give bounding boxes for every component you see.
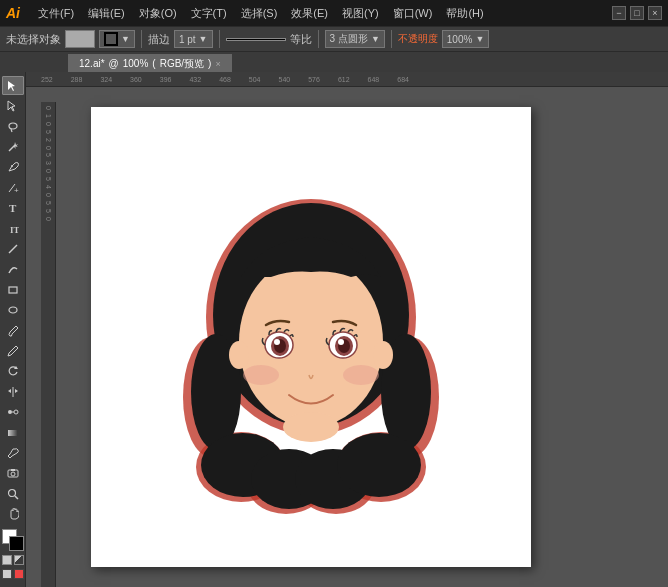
close-btn[interactable]: × (648, 6, 662, 20)
tool-type[interactable]: T (2, 198, 24, 217)
svg-marker-16 (15, 389, 18, 393)
ruler-tick-576: 576 (308, 76, 320, 83)
tool-pencil[interactable] (2, 341, 24, 360)
ruler-tick-432: 432 (189, 76, 201, 83)
ruler-tick-252: 252 (41, 76, 53, 83)
none-stroke-icons (2, 555, 24, 565)
svg-marker-0 (8, 81, 15, 91)
tab-bar: 12.ai* @ 100% ( RGB/预览 ) × (0, 52, 668, 72)
tool-add-anchor[interactable]: + (2, 178, 24, 197)
swap-icon[interactable] (14, 555, 24, 565)
tab-filename: 12.ai* (79, 58, 105, 69)
svg-point-43 (373, 341, 393, 369)
art-canvas (91, 107, 531, 567)
svg-point-22 (11, 472, 15, 476)
ruler-vtick-1: 1 (45, 114, 52, 118)
menu-help[interactable]: 帮助(H) (440, 4, 489, 23)
normal-view[interactable] (2, 569, 12, 579)
ruler-vtick-12: 5 (45, 201, 52, 205)
color-swatches[interactable] (2, 529, 24, 551)
transparency-label: 不透明度 (398, 32, 438, 46)
stroke-line-preview (226, 38, 286, 41)
ruler-tick-648: 648 (368, 76, 380, 83)
transparency-field[interactable]: 100% ▼ (442, 30, 490, 48)
tab-color-mode: RGB/预览 (160, 57, 204, 71)
tool-type-vertical[interactable]: IT (2, 219, 24, 238)
menu-effect[interactable]: 效果(E) (285, 4, 334, 23)
tool-hand[interactable] (2, 505, 24, 524)
tool-rotate[interactable] (2, 362, 24, 381)
menu-view[interactable]: 视图(Y) (336, 4, 385, 23)
none-icon[interactable] (2, 555, 12, 565)
svg-point-17 (8, 410, 12, 414)
tab-mode: ( (152, 58, 155, 69)
tool-line[interactable] (2, 239, 24, 258)
svg-point-12 (9, 307, 17, 313)
color-area (0, 525, 26, 583)
stroke-ratio-label: 等比 (290, 32, 312, 47)
tab-zoom-val: 100% (123, 58, 149, 69)
svg-point-48 (274, 339, 280, 345)
tool-magic-wand[interactable] (2, 137, 24, 156)
stroke-width-field[interactable]: 1 pt ▼ (174, 30, 213, 48)
svg-line-25 (15, 496, 18, 499)
sep4 (391, 30, 392, 48)
tool-direct-select[interactable] (2, 96, 24, 115)
svg-point-55 (343, 365, 379, 385)
tool-zoom[interactable] (2, 484, 24, 503)
ruler-vtick-8: 0 (45, 169, 52, 173)
tab-paren-close: ) (208, 58, 211, 69)
tab-spacer (0, 52, 68, 72)
stroke-swatch[interactable]: ▼ (99, 30, 135, 48)
menu-window[interactable]: 窗口(W) (387, 4, 439, 23)
window-controls: − □ × (612, 6, 662, 20)
svg-line-10 (9, 245, 17, 253)
svg-point-24 (8, 489, 15, 496)
ruler-vtick-3: 5 (45, 130, 52, 134)
menu-type[interactable]: 文字(T) (185, 4, 233, 23)
point-shape-dropdown[interactable]: 3 点圆形 ▼ (325, 30, 385, 48)
tool-reflect[interactable] (2, 382, 24, 401)
svg-line-4 (9, 145, 15, 151)
menu-edit[interactable]: 编辑(E) (82, 4, 131, 23)
tool-select[interactable] (2, 76, 24, 95)
mask-view[interactable] (14, 569, 24, 579)
ruler-tick-288: 288 (71, 76, 83, 83)
tab-close-btn[interactable]: × (215, 59, 220, 69)
ruler-vtick-10: 4 (45, 185, 52, 189)
document-tab[interactable]: 12.ai* @ 100% ( RGB/预览 ) × (68, 54, 232, 72)
tool-ellipse[interactable] (2, 300, 24, 319)
tool-rect[interactable] (2, 280, 24, 299)
fill-swatch[interactable] (65, 30, 95, 48)
ruler-vtick-5: 0 (45, 146, 52, 150)
tool-paintbrush[interactable] (2, 321, 24, 340)
menu-object[interactable]: 对象(O) (133, 4, 183, 23)
tool-pen[interactable] (2, 158, 24, 177)
sep1 (141, 30, 142, 48)
tool-gradient[interactable] (2, 423, 24, 442)
tool-eyedropper[interactable] (2, 443, 24, 462)
svg-marker-5 (14, 142, 18, 149)
selection-status: 未选择对象 (6, 32, 61, 47)
minimize-btn[interactable]: − (612, 6, 626, 20)
tool-lasso[interactable] (2, 117, 24, 136)
ruler-vtick-14: 0 (45, 217, 52, 221)
svg-point-54 (243, 365, 279, 385)
maximize-btn[interactable]: □ (630, 6, 644, 20)
ruler-vertical: 0 1 0 5 2 0 5 3 0 5 4 0 5 5 0 (41, 102, 56, 587)
svg-point-42 (229, 341, 249, 369)
ruler-vtick-9: 5 (45, 177, 52, 181)
illustration-svg (91, 107, 531, 567)
bg-color-swatch[interactable] (9, 536, 24, 551)
menu-file[interactable]: 文件(F) (32, 4, 80, 23)
app-logo: Ai (6, 5, 20, 21)
tool-blend[interactable] (2, 403, 24, 422)
ruler-h-ticks: 252 288 324 360 396 432 468 504 540 576 … (41, 76, 427, 83)
ruler-v-ticks: 0 1 0 5 2 0 5 3 0 5 4 0 5 5 0 (41, 102, 55, 225)
menu-select[interactable]: 选择(S) (235, 4, 284, 23)
view-mode-icons (2, 569, 24, 579)
tool-camera[interactable] (2, 464, 24, 483)
svg-point-41 (239, 257, 383, 427)
svg-point-56 (283, 412, 339, 442)
tool-arc[interactable] (2, 260, 24, 279)
